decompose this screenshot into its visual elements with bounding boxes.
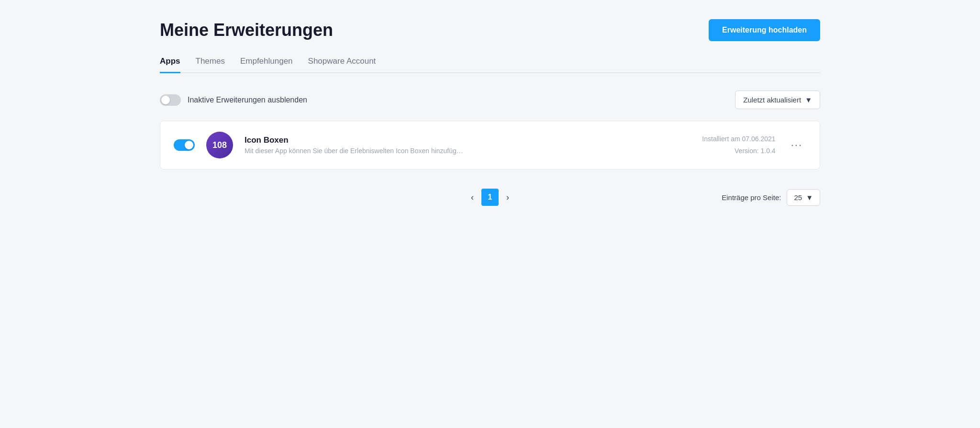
pagination-next-button[interactable]: › <box>502 191 513 204</box>
sort-dropdown[interactable]: Zuletzt aktualisiert ▼ <box>735 90 820 109</box>
app-card: 108 Icon Boxen Mit dieser App können Sie… <box>160 121 820 169</box>
tabs-row: Apps Themes Empfehlungen Shopware Accoun… <box>160 56 820 73</box>
upload-extension-button[interactable]: Erweiterung hochladen <box>709 19 820 41</box>
inactive-extensions-toggle[interactable] <box>160 94 181 106</box>
app-install-date: Installiert am 07.06.2021 <box>702 133 775 145</box>
tab-shopware-account[interactable]: Shopware Account <box>308 56 376 73</box>
sort-chevron-icon: ▼ <box>805 96 812 104</box>
tab-apps[interactable]: Apps <box>160 56 180 73</box>
app-description: Mit dieser App können Sie über die Erleb… <box>245 147 690 155</box>
app-actions-menu[interactable]: ··· <box>787 139 806 151</box>
app-version: Version: 1.0.4 <box>702 145 775 157</box>
app-meta: Installiert am 07.06.2021 Version: 1.0.4 <box>702 133 775 157</box>
tab-themes[interactable]: Themes <box>196 56 225 73</box>
page-title: Meine Erweiterungen <box>160 20 333 40</box>
sort-label: Zuletzt aktualisiert <box>743 96 801 104</box>
pagination-prev-button[interactable]: ‹ <box>467 191 478 204</box>
app-active-toggle[interactable] <box>174 139 195 151</box>
pagination-row: ‹ 1 › Einträge pro Seite: 25 ▼ <box>160 189 820 206</box>
per-page-select[interactable]: 25 ▼ <box>787 189 820 206</box>
app-toggle-knob <box>185 141 193 149</box>
inactive-toggle-label: Inaktive Erweiterungen ausblenden <box>160 94 307 106</box>
inactive-toggle-text: Inaktive Erweiterungen ausblenden <box>188 96 307 104</box>
controls-row: Inaktive Erweiterungen ausblenden Zuletz… <box>160 90 820 109</box>
app-info: Icon Boxen Mit dieser App können Sie übe… <box>245 135 690 155</box>
per-page-control: Einträge pro Seite: 25 ▼ <box>722 189 820 206</box>
app-name: Icon Boxen <box>245 135 690 145</box>
app-icon: 108 <box>206 132 233 158</box>
header-row: Meine Erweiterungen Erweiterung hochlade… <box>160 19 820 41</box>
per-page-chevron-icon: ▼ <box>806 193 813 202</box>
per-page-value: 25 <box>794 193 802 202</box>
tab-empfehlungen[interactable]: Empfehlungen <box>240 56 293 73</box>
toggle-knob <box>161 96 170 104</box>
per-page-label: Einträge pro Seite: <box>722 193 781 202</box>
pagination-page-1[interactable]: 1 <box>481 189 499 206</box>
